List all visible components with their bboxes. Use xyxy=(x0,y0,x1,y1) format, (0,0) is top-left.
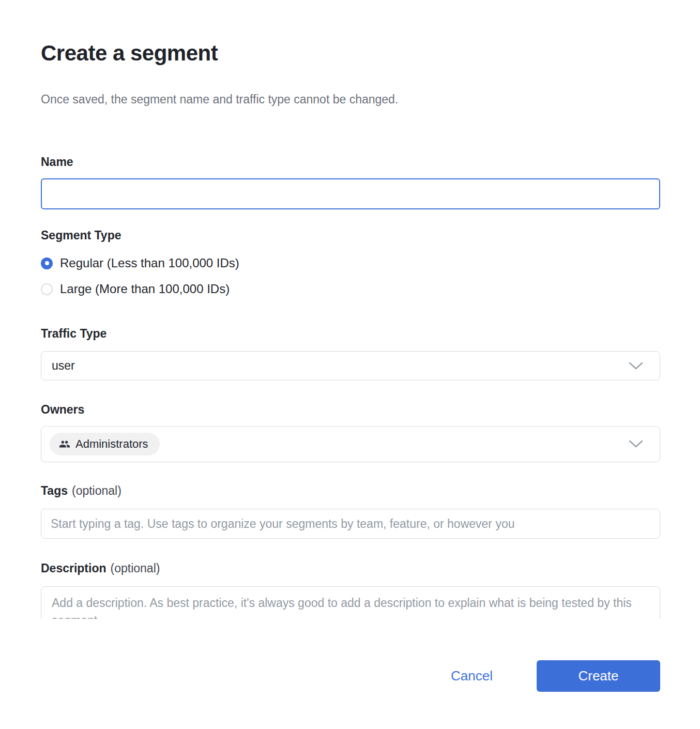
owner-chip-label: Administrators xyxy=(75,437,148,451)
description-label-text: Description xyxy=(41,561,106,575)
create-button[interactable]: Create xyxy=(537,660,660,692)
chevron-down-icon xyxy=(629,362,643,370)
description-textarea[interactable] xyxy=(41,586,660,619)
people-icon xyxy=(59,438,70,450)
description-label: Description(optional) xyxy=(41,561,660,575)
chevron-down-icon xyxy=(629,440,643,448)
radio-selected-icon[interactable] xyxy=(41,257,53,269)
dialog-subtitle: Once saved, the segment name and traffic… xyxy=(41,92,660,107)
page-title: Create a segment xyxy=(41,40,660,66)
radio-option-large[interactable]: Large (More than 100,000 IDs) xyxy=(41,278,660,300)
owner-chip-administrators[interactable]: Administrators xyxy=(50,433,160,455)
radio-unselected-icon[interactable] xyxy=(41,283,53,295)
owners-select[interactable]: Administrators xyxy=(41,426,660,462)
segment-type-label: Segment Type xyxy=(41,229,660,242)
traffic-type-value: user xyxy=(52,359,629,373)
dialog-footer: Cancel Create xyxy=(41,660,660,692)
radio-option-label: Large (More than 100,000 IDs) xyxy=(60,282,230,296)
traffic-type-select[interactable]: user xyxy=(41,351,660,381)
radio-option-label: Regular (Less than 100,000 IDs) xyxy=(60,256,239,270)
name-label: Name xyxy=(41,155,660,169)
cancel-button[interactable]: Cancel xyxy=(451,668,493,684)
name-input[interactable] xyxy=(41,178,660,209)
create-segment-dialog: Create a segment Once saved, the segment… xyxy=(0,0,700,729)
segment-type-radio-group: Regular (Less than 100,000 IDs) Large (M… xyxy=(41,252,660,300)
radio-option-regular[interactable]: Regular (Less than 100,000 IDs) xyxy=(41,252,660,275)
tags-label-text: Tags xyxy=(41,484,68,497)
description-optional-text: (optional) xyxy=(111,561,160,575)
owners-label: Owners xyxy=(41,403,660,417)
tags-label: Tags(optional) xyxy=(41,484,660,498)
tags-input[interactable] xyxy=(41,509,660,539)
description-textarea-clip xyxy=(41,586,660,619)
traffic-type-label: Traffic Type xyxy=(41,327,660,341)
tags-optional-text: (optional) xyxy=(72,484,121,497)
